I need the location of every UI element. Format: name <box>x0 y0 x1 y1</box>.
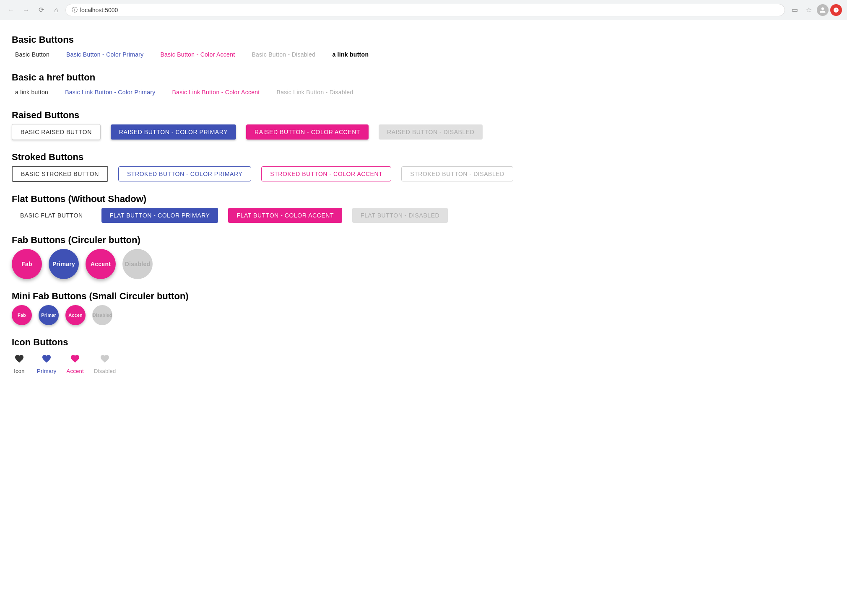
basic-disabled-button: Basic Button - Disabled <box>248 49 319 60</box>
basic-href-buttons-row: a link button Basic Link Button - Color … <box>12 86 835 98</box>
address-bar[interactable]: ⓘ localhost:5000 <box>65 4 785 16</box>
notification-badge[interactable] <box>830 4 842 16</box>
home-button[interactable]: ⌂ <box>50 4 62 16</box>
raised-accent-button[interactable]: Raised Button - Color Accent <box>246 124 369 140</box>
link-primary-button[interactable]: Basic Link Button - Color Primary <box>62 86 158 98</box>
basic-accent-button[interactable]: Basic Button - Color Accent <box>157 49 238 60</box>
flat-accent-button[interactable]: Flat Button - Color Accent <box>228 208 342 223</box>
icon-primary-group: Primary <box>37 351 57 374</box>
page-content: Basic Buttons Basic Button Basic Button … <box>0 20 847 396</box>
info-icon: ⓘ <box>72 6 78 14</box>
icon-primary-button[interactable] <box>39 351 54 366</box>
icon-buttons-title: Icon Buttons <box>12 337 835 348</box>
icon-primary-label: Primary <box>37 368 57 374</box>
browser-chrome: ← → ⟳ ⌂ ⓘ localhost:5000 ▭ ☆ <box>0 0 847 20</box>
raised-buttons-row: Basic Raised Button Raised Button - Colo… <box>12 124 835 140</box>
fab-primary-button[interactable]: Primary <box>49 249 79 279</box>
stroked-buttons-title: Stroked Buttons <box>12 152 835 163</box>
link-disabled-button: Basic Link Button - Disabled <box>273 86 357 98</box>
icon-disabled-label: Disabled <box>94 368 116 374</box>
fab-buttons-row: Fab Primary Accent Disabled <box>12 249 835 279</box>
fab-accent-button[interactable]: Accent <box>86 249 116 279</box>
mini-fab-accent-button[interactable]: Accen <box>65 305 86 325</box>
mini-fab-default-button[interactable]: Fab <box>12 305 32 325</box>
bookmark-button[interactable]: ☆ <box>803 4 815 16</box>
icon-accent-button[interactable] <box>68 351 83 366</box>
forward-button[interactable]: → <box>20 4 32 16</box>
fab-buttons-title: Fab Buttons (Circuler button) <box>12 235 835 246</box>
flat-buttons-row: Basic Flat Button Flat Button - Color Pr… <box>12 208 835 223</box>
flat-buttons-title: Flat Buttons (Without Shadow) <box>12 194 835 204</box>
raised-buttons-title: Raised Buttons <box>12 110 835 121</box>
basic-href-title: Basic a href button <box>12 72 835 83</box>
reload-button[interactable]: ⟳ <box>35 4 47 16</box>
mini-fab-buttons-title: Mini Fab Buttons (Small Circuler button) <box>12 291 835 302</box>
stroked-disabled-button: Stroked Button - Disabled <box>401 166 513 181</box>
url-text: localhost:5000 <box>80 7 118 13</box>
stroked-accent-button[interactable]: Stroked Button - Color Accent <box>261 166 391 181</box>
flat-default-button[interactable]: Basic Flat Button <box>12 208 91 223</box>
basic-default-button[interactable]: Basic Button <box>12 49 53 60</box>
raised-default-button[interactable]: Basic Raised Button <box>12 124 101 140</box>
back-button[interactable]: ← <box>5 4 17 16</box>
stroked-primary-button[interactable]: Stroked Button - Color Primary <box>118 166 251 181</box>
link-default-button[interactable]: a link button <box>12 86 52 98</box>
user-avatar[interactable] <box>817 4 829 16</box>
raised-disabled-button: Raised Button - Disabled <box>379 124 483 140</box>
icon-disabled-button <box>97 351 112 366</box>
mini-fab-disabled-button: Disabled <box>92 305 112 325</box>
fab-default-button[interactable]: Fab <box>12 249 42 279</box>
basic-buttons-title: Basic Buttons <box>12 34 835 45</box>
mini-fab-buttons-row: Fab Primar Accen Disabled <box>12 305 835 325</box>
icon-default-label: Icon <box>14 368 25 374</box>
stroked-default-button[interactable]: Basic Stroked Button <box>12 166 108 182</box>
flat-primary-button[interactable]: Flat Button - Color Primary <box>101 208 218 223</box>
raised-primary-button[interactable]: Raised Button - Color Primary <box>111 124 236 140</box>
basic-primary-button[interactable]: Basic Button - Color Primary <box>63 49 147 60</box>
mini-fab-primary-button[interactable]: Primar <box>39 305 59 325</box>
fab-disabled-button: Disabled <box>122 249 153 279</box>
cast-button[interactable]: ▭ <box>788 4 801 16</box>
stroked-buttons-row: Basic Stroked Button Stroked Button - Co… <box>12 166 835 182</box>
icon-accent-group: Accent <box>67 351 84 374</box>
icon-disabled-group: Disabled <box>94 351 116 374</box>
icon-accent-label: Accent <box>67 368 84 374</box>
basic-link-button[interactable]: a link button <box>329 49 372 60</box>
icon-default-button[interactable] <box>12 351 27 366</box>
basic-buttons-row: Basic Button Basic Button - Color Primar… <box>12 49 835 60</box>
icon-default-group: Icon <box>12 351 27 374</box>
flat-disabled-button: Flat Button - Disabled <box>352 208 448 223</box>
browser-right-icons: ▭ ☆ <box>788 4 842 16</box>
link-accent-button[interactable]: Basic Link Button - Color Accent <box>169 86 263 98</box>
icon-buttons-row: Icon Primary Accent Disabled <box>12 351 835 374</box>
